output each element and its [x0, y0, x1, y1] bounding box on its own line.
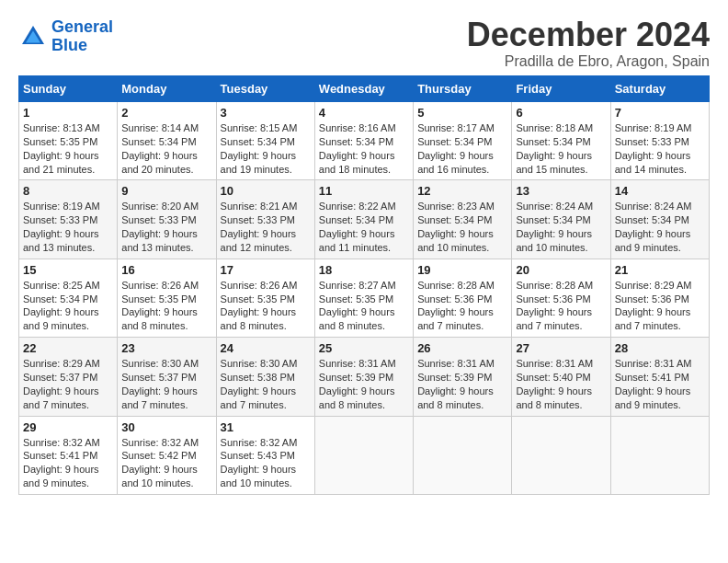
day-number: 12	[417, 184, 507, 198]
day-number: 21	[615, 263, 705, 277]
cell-info: Sunrise: 8:24 AMSunset: 5:34 PMDaylight:…	[615, 200, 705, 254]
empty-cell	[512, 416, 610, 494]
day-cell-29: 29Sunrise: 8:32 AMSunset: 5:41 PMDayligh…	[19, 416, 118, 494]
logo: General Blue	[18, 18, 113, 55]
day-cell-23: 23Sunrise: 8:30 AMSunset: 5:37 PMDayligh…	[118, 338, 216, 416]
day-number: 24	[221, 341, 311, 355]
cell-info: Sunrise: 8:13 AMSunset: 5:35 PMDaylight:…	[23, 121, 113, 176]
day-cell-1: 1Sunrise: 8:13 AMSunset: 5:35 PMDaylight…	[19, 102, 118, 180]
cell-info: Sunrise: 8:31 AMSunset: 5:39 PMDaylight:…	[319, 357, 409, 411]
cell-info: Sunrise: 8:26 AMSunset: 5:35 PMDaylight:…	[221, 279, 311, 333]
day-cell-22: 22Sunrise: 8:29 AMSunset: 5:37 PMDayligh…	[19, 338, 118, 416]
cell-info: Sunrise: 8:28 AMSunset: 5:36 PMDaylight:…	[516, 279, 606, 333]
day-number: 31	[221, 420, 311, 434]
day-number: 28	[615, 341, 705, 355]
cell-info: Sunrise: 8:18 AMSunset: 5:34 PMDaylight:…	[516, 121, 606, 176]
day-cell-7: 7Sunrise: 8:19 AMSunset: 5:33 PMDaylight…	[610, 102, 709, 180]
day-number: 23	[121, 341, 211, 355]
day-number: 8	[23, 184, 113, 198]
cell-info: Sunrise: 8:31 AMSunset: 5:40 PMDaylight:…	[516, 357, 606, 411]
col-header-tuesday: Tuesday	[216, 76, 314, 102]
cell-info: Sunrise: 8:32 AMSunset: 5:42 PMDaylight:…	[121, 436, 211, 490]
logo-icon	[18, 22, 48, 52]
day-cell-24: 24Sunrise: 8:30 AMSunset: 5:38 PMDayligh…	[216, 338, 314, 416]
col-header-wednesday: Wednesday	[314, 76, 413, 102]
day-cell-13: 13Sunrise: 8:24 AMSunset: 5:34 PMDayligh…	[512, 180, 610, 259]
day-cell-21: 21Sunrise: 8:29 AMSunset: 5:36 PMDayligh…	[610, 259, 709, 337]
cell-info: Sunrise: 8:14 AMSunset: 5:34 PMDaylight:…	[121, 121, 211, 176]
day-number: 20	[516, 263, 606, 277]
col-header-thursday: Thursday	[414, 76, 512, 102]
day-cell-12: 12Sunrise: 8:23 AMSunset: 5:34 PMDayligh…	[414, 180, 512, 259]
day-cell-28: 28Sunrise: 8:31 AMSunset: 5:41 PMDayligh…	[610, 338, 709, 416]
logo-line2: Blue	[51, 36, 87, 54]
cell-info: Sunrise: 8:28 AMSunset: 5:36 PMDaylight:…	[417, 279, 507, 333]
calendar-week-5: 29Sunrise: 8:32 AMSunset: 5:41 PMDayligh…	[19, 416, 710, 494]
day-cell-17: 17Sunrise: 8:26 AMSunset: 5:35 PMDayligh…	[216, 259, 314, 337]
cell-info: Sunrise: 8:31 AMSunset: 5:41 PMDaylight:…	[615, 357, 705, 411]
cell-info: Sunrise: 8:19 AMSunset: 5:33 PMDaylight:…	[23, 200, 113, 254]
day-number: 6	[516, 106, 606, 120]
cell-info: Sunrise: 8:22 AMSunset: 5:34 PMDaylight:…	[319, 200, 409, 254]
day-number: 2	[121, 106, 211, 120]
logo-text: General Blue	[51, 18, 113, 55]
cell-info: Sunrise: 8:29 AMSunset: 5:37 PMDaylight:…	[23, 357, 113, 411]
day-number: 26	[417, 341, 507, 355]
cell-info: Sunrise: 8:26 AMSunset: 5:35 PMDaylight:…	[121, 279, 211, 333]
cell-info: Sunrise: 8:30 AMSunset: 5:37 PMDaylight:…	[121, 357, 211, 411]
cell-info: Sunrise: 8:20 AMSunset: 5:33 PMDaylight:…	[121, 200, 211, 254]
day-number: 29	[23, 420, 113, 434]
day-number: 25	[319, 341, 409, 355]
day-cell-30: 30Sunrise: 8:32 AMSunset: 5:42 PMDayligh…	[118, 416, 216, 494]
day-cell-9: 9Sunrise: 8:20 AMSunset: 5:33 PMDaylight…	[118, 180, 216, 259]
day-number: 27	[516, 341, 606, 355]
day-cell-8: 8Sunrise: 8:19 AMSunset: 5:33 PMDaylight…	[19, 180, 118, 259]
day-cell-31: 31Sunrise: 8:32 AMSunset: 5:43 PMDayligh…	[216, 416, 314, 494]
col-header-monday: Monday	[118, 76, 216, 102]
col-header-friday: Friday	[512, 76, 610, 102]
day-number: 4	[319, 106, 409, 120]
day-number: 11	[319, 184, 409, 198]
day-number: 13	[516, 184, 606, 198]
calendar-week-2: 8Sunrise: 8:19 AMSunset: 5:33 PMDaylight…	[19, 180, 710, 259]
day-cell-6: 6Sunrise: 8:18 AMSunset: 5:34 PMDaylight…	[512, 102, 610, 180]
day-number: 3	[221, 106, 311, 120]
cell-info: Sunrise: 8:32 AMSunset: 5:43 PMDaylight:…	[221, 436, 311, 490]
month-title: December 2024	[467, 18, 710, 52]
day-cell-26: 26Sunrise: 8:31 AMSunset: 5:39 PMDayligh…	[414, 338, 512, 416]
empty-cell	[314, 416, 413, 494]
cell-info: Sunrise: 8:30 AMSunset: 5:38 PMDaylight:…	[221, 357, 311, 411]
cell-info: Sunrise: 8:32 AMSunset: 5:41 PMDaylight:…	[23, 436, 113, 490]
day-cell-20: 20Sunrise: 8:28 AMSunset: 5:36 PMDayligh…	[512, 259, 610, 337]
empty-cell	[610, 416, 709, 494]
cell-info: Sunrise: 8:29 AMSunset: 5:36 PMDaylight:…	[615, 279, 705, 333]
day-cell-14: 14Sunrise: 8:24 AMSunset: 5:34 PMDayligh…	[610, 180, 709, 259]
day-cell-11: 11Sunrise: 8:22 AMSunset: 5:34 PMDayligh…	[314, 180, 413, 259]
day-number: 14	[615, 184, 705, 198]
day-number: 17	[221, 263, 311, 277]
cell-info: Sunrise: 8:19 AMSunset: 5:33 PMDaylight:…	[615, 121, 705, 176]
day-number: 5	[417, 106, 507, 120]
location: Pradilla de Ebro, Aragon, Spain	[467, 53, 710, 70]
day-number: 19	[417, 263, 507, 277]
cell-info: Sunrise: 8:16 AMSunset: 5:34 PMDaylight:…	[319, 121, 409, 176]
day-cell-15: 15Sunrise: 8:25 AMSunset: 5:34 PMDayligh…	[19, 259, 118, 337]
day-cell-10: 10Sunrise: 8:21 AMSunset: 5:33 PMDayligh…	[216, 180, 314, 259]
calendar-week-3: 15Sunrise: 8:25 AMSunset: 5:34 PMDayligh…	[19, 259, 710, 337]
cell-info: Sunrise: 8:24 AMSunset: 5:34 PMDaylight:…	[516, 200, 606, 254]
day-cell-18: 18Sunrise: 8:27 AMSunset: 5:35 PMDayligh…	[314, 259, 413, 337]
cell-info: Sunrise: 8:17 AMSunset: 5:34 PMDaylight:…	[417, 121, 507, 176]
day-number: 1	[23, 106, 113, 120]
empty-cell	[414, 416, 512, 494]
col-header-sunday: Sunday	[19, 76, 118, 102]
calendar-table: SundayMondayTuesdayWednesdayThursdayFrid…	[18, 75, 710, 495]
day-cell-5: 5Sunrise: 8:17 AMSunset: 5:34 PMDaylight…	[414, 102, 512, 180]
cell-info: Sunrise: 8:27 AMSunset: 5:35 PMDaylight:…	[319, 279, 409, 333]
calendar-week-4: 22Sunrise: 8:29 AMSunset: 5:37 PMDayligh…	[19, 338, 710, 416]
day-number: 9	[121, 184, 211, 198]
day-cell-25: 25Sunrise: 8:31 AMSunset: 5:39 PMDayligh…	[314, 338, 413, 416]
day-number: 7	[615, 106, 705, 120]
day-cell-2: 2Sunrise: 8:14 AMSunset: 5:34 PMDaylight…	[118, 102, 216, 180]
calendar-header-row: SundayMondayTuesdayWednesdayThursdayFrid…	[19, 76, 710, 102]
calendar-week-1: 1Sunrise: 8:13 AMSunset: 5:35 PMDaylight…	[19, 102, 710, 180]
